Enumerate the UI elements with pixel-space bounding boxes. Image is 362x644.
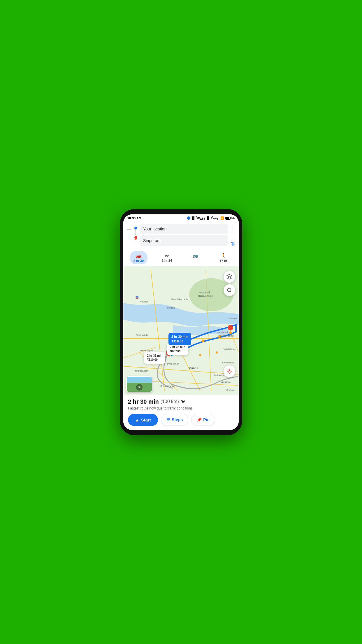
signal2-icon: ▐▌ [206,216,210,220]
svg-text:Pedakakani: Pedakakani [214,374,226,376]
search-area: ← Your location Siripuram ⋮ ⇅ [123,221,239,249]
action-buttons: ▲ Start ☰ Steps 📌 Pin [128,414,234,426]
search-inputs: Your location Siripuram [140,224,228,246]
street-view-thumbnail[interactable]: 👁 [126,376,152,392]
route-dots [134,227,138,240]
svg-text:Chinakakani: Chinakakani [222,361,234,364]
route-distance: (100 km) [161,399,179,404]
svg-text:Vaddeswa...: Vaddeswa... [224,348,236,350]
status-icons: 🔵 ▐▌ VoWiFi ▐▌ VoWiFi 📶 66 [187,216,235,220]
car-time: 2 hr 30 [133,259,144,262]
wifi-icon: VoWiFi [196,216,205,220]
route-bubble-alt[interactable]: 2 hr 31 min₹110.00 [144,352,165,364]
origin-dot [134,227,137,230]
map-svg: Kondapalli Reserve Forest [123,266,239,395]
svg-text:Phirangipuram: Phirangipuram [134,370,148,372]
back-button[interactable]: ← [126,226,132,233]
walk-time: 17 hr [219,259,227,262]
tab-car[interactable]: 🚗 2 hr 30 [130,251,147,264]
my-location-button[interactable] [224,365,235,377]
svg-text:Konduru: Konduru [229,317,237,320]
layers-button[interactable] [224,271,235,283]
status-bar: 10:30 AM 🔵 ▐▌ VoWiFi ▐▌ VoWiFi 📶 66 [123,214,239,221]
transit-icon: 🚌 [192,253,198,258]
svg-text:Kondapalli: Kondapalli [217,331,229,334]
bike-time: 2 hr 24 [162,259,172,262]
start-button[interactable]: ▲ Start [128,414,158,426]
steps-icon: ☰ [166,417,170,422]
map-area[interactable]: Kondapalli Reserve Forest [123,266,239,395]
steps-button[interactable]: ☰ Steps [161,414,188,426]
bottom-panel: 2 hr 30 min (100 km) 👁 Fastest route now… [123,395,239,430]
bike-icon: 🏍 [165,253,169,258]
svg-text:Guntur: Guntur [189,366,198,370]
menu-button[interactable]: ⋮ [230,226,236,233]
svg-text:Reserve Forest: Reserve Forest [198,295,213,297]
search-map-button[interactable] [224,284,235,296]
phone-screen: 10:30 AM 🔵 ▐▌ VoWiFi ▐▌ VoWiFi 📶 66 ← [123,214,239,430]
route-line [136,230,136,232]
pin-button[interactable]: 📌 Pin [191,414,215,426]
svg-text:Amaravathi: Amaravathi [136,333,148,336]
svg-text:Vadlamu...: Vadlamu... [221,381,231,383]
route-line2 [136,233,136,235]
svg-text:Pedakurapadu: Pedakurapadu [140,349,154,351]
svg-point-47 [228,370,231,373]
destination-input[interactable]: Siripuram [140,235,228,246]
traffic-icon: 👁 [181,399,185,404]
battery-pct: 66 [231,216,235,220]
svg-text:Paritala: Paritala [167,306,175,309]
svg-text:Perecherla: Perecherla [167,362,179,365]
transport-tabs: 🚗 2 hr 30 🏍 2 hr 24 🚌 — 🚶 17 hr [123,249,239,266]
route-subtitle: Fastest route now due to traffic conditi… [128,406,234,410]
signal-icon: ▐▌ [191,216,195,220]
walk-icon: 🚶 [221,253,226,258]
route-bubble-primary[interactable]: 2 hr 30 min₹110.00 [168,333,191,345]
svg-text:⛽: ⛽ [136,296,139,299]
svg-text:🚫: 🚫 [229,326,232,330]
svg-text:Chebrolu: Chebrolu [226,389,236,391]
bluetooth-icon: 🔵 [187,216,190,220]
wifi2-icon: VoWiFi [211,216,219,220]
destination-pin [134,236,138,240]
svg-point-17 [199,354,201,356]
battery-icon [225,217,231,220]
svg-text:Ibrahimnatnam: Ibrahimnatnam [219,334,234,337]
street-view-icon: 👁 [136,384,143,391]
svg-point-14 [202,340,204,342]
route-time: 2 hr 30 min [128,398,159,405]
svg-point-46 [229,370,230,372]
phone-frame: 10:30 AM 🔵 ▐▌ VoWiFi ▐▌ VoWiFi 📶 66 ← [120,209,242,435]
transit-time: — [194,259,197,262]
status-time: 10:30 AM [127,216,141,220]
car-icon: 🚗 [136,253,142,258]
route-summary: 2 hr 30 min (100 km) 👁 [128,398,234,405]
svg-point-18 [216,351,218,354]
pin-icon: 📌 [197,417,202,422]
navigation-icon: ▲ [135,417,139,422]
svg-text:Kanchikacherla: Kanchikacherla [171,298,188,301]
svg-point-44 [227,288,231,292]
wifi3-icon: 📶 [220,216,224,220]
svg-marker-43 [227,274,232,276]
tab-bike[interactable]: 🏍 2 hr 24 [158,251,176,264]
svg-text:Chowdavaram: Chowdavaram [160,385,175,387]
swap-button[interactable]: ⇅ [231,241,235,247]
svg-point-16 [229,331,232,334]
svg-text:Kondapalli: Kondapalli [198,291,210,294]
origin-input[interactable]: Your location [140,224,228,234]
svg-line-45 [230,291,231,292]
tab-walk[interactable]: 🚶 17 hr [215,251,232,264]
tab-transit[interactable]: 🚌 — [187,251,204,264]
svg-text:Kesara: Kesara [140,300,148,303]
